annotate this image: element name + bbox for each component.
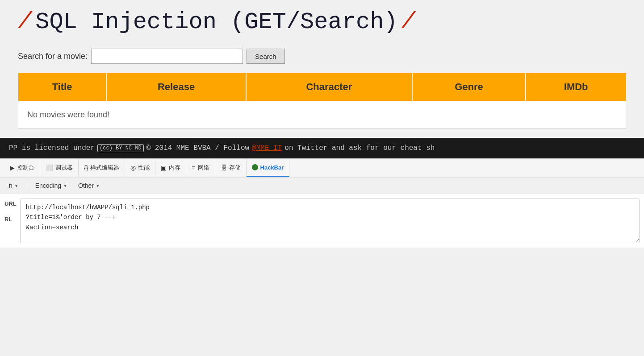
- storage-label: 存储: [229, 164, 241, 172]
- movie-table: Title Release Character Genre IMDb No mo…: [18, 73, 626, 129]
- footer-text-before: PP is licensed under: [9, 144, 95, 152]
- debugger-label: 调试器: [55, 164, 73, 172]
- console-icon: ▶: [10, 164, 15, 171]
- col-release: Release: [106, 73, 246, 101]
- toolbar-storage[interactable]: 🗄 存储: [215, 159, 247, 177]
- hackbar-toolbar: n ▼ Encoding ▼ Other ▼: [0, 178, 644, 194]
- toolbar-performance[interactable]: ◎ 性能: [125, 159, 155, 177]
- empty-message: No movies were found!: [18, 101, 626, 129]
- debugger-icon: ⬜: [46, 164, 53, 171]
- page-title-container: / SQL Injection (GET/Search) /: [18, 9, 626, 35]
- hackbar-dot-icon: [252, 164, 258, 170]
- footer-bar: PP is licensed under (cc) BY-NC-ND © 201…: [0, 138, 644, 158]
- hackbar-n-label: n: [9, 182, 13, 189]
- hackbar-labels: URL RL: [4, 199, 17, 243]
- hackbar-post-label: RL: [4, 216, 17, 223]
- network-label: 网络: [198, 164, 209, 172]
- console-label: 控制台: [17, 164, 34, 172]
- toolbar-hackbar[interactable]: HackBar: [247, 159, 290, 177]
- toolbar-style-editor[interactable]: {} 样式编辑器: [79, 159, 125, 177]
- style-icon: {}: [84, 164, 88, 171]
- memory-label: 内存: [169, 164, 180, 172]
- toolbar-network[interactable]: ≡ 网络: [186, 159, 215, 177]
- hackbar-separator-1: [27, 181, 27, 190]
- perf-label: 性能: [138, 164, 150, 172]
- search-label: Search for a movie:: [18, 52, 88, 61]
- search-form: Search for a movie: Search: [18, 49, 626, 64]
- hackbar-encoding-button[interactable]: Encoding ▼: [31, 180, 72, 191]
- search-button[interactable]: Search: [247, 49, 285, 64]
- cc-text: (cc) BY-NC-ND: [100, 145, 142, 151]
- page-title: SQL Injection (GET/Search): [35, 9, 397, 35]
- search-input[interactable]: [91, 49, 243, 64]
- hackbar-other-button[interactable]: Other ▼: [74, 180, 105, 191]
- hackbar-url-label: URL: [4, 200, 17, 207]
- slash-right-icon: /: [401, 9, 415, 35]
- hackbar-url-input[interactable]: http://localhost/bWAPP/sqli_1.php ?title…: [20, 199, 640, 243]
- col-imdb: IMDb: [526, 73, 626, 101]
- network-icon: ≡: [192, 164, 195, 171]
- storage-icon: 🗄: [221, 164, 227, 171]
- dev-toolbar: ▶ 控制台 ⬜ 调试器 {} 样式编辑器 ◎ 性能 ▣ 内存 ≡ 网络 🗄 存储…: [0, 158, 644, 177]
- cc-badge: (cc) BY-NC-ND: [97, 144, 144, 152]
- table-empty-row: No movies were found!: [18, 101, 626, 129]
- hackbar-n-button[interactable]: n ▼: [4, 180, 23, 191]
- hackbar-other-label: Other: [78, 182, 94, 189]
- toolbar-debugger[interactable]: ⬜ 调试器: [40, 159, 79, 177]
- hackbar-encoding-label: Encoding: [35, 182, 61, 189]
- style-label: 样式编辑器: [90, 164, 119, 172]
- col-character: Character: [246, 73, 412, 101]
- toolbar-memory[interactable]: ▣ 内存: [155, 159, 186, 177]
- hackbar-n-arrow: ▼: [14, 183, 19, 188]
- hackbar-encoding-arrow: ▼: [63, 183, 67, 188]
- col-title: Title: [18, 73, 106, 101]
- footer-text-end: on Twitter and ask for our cheat sh: [284, 144, 435, 152]
- table-header-row: Title Release Character Genre IMDb: [18, 73, 626, 101]
- slash-left-icon: /: [18, 9, 32, 35]
- hackbar-other-arrow: ▼: [96, 183, 100, 188]
- memory-icon: ▣: [161, 164, 167, 171]
- col-genre: Genre: [412, 73, 526, 101]
- toolbar-console[interactable]: ▶ 控制台: [4, 159, 40, 177]
- twitter-link[interactable]: @MME_IT: [252, 144, 282, 152]
- footer-text-middle: © 2014 MME BVBA / Follow: [146, 144, 249, 152]
- perf-icon: ◎: [130, 164, 136, 171]
- hackbar-label: HackBar: [260, 164, 284, 171]
- main-content: / SQL Injection (GET/Search) / Search fo…: [0, 0, 644, 138]
- hackbar-url-area: URL RL http://localhost/bWAPP/sqli_1.php…: [0, 194, 644, 248]
- hackbar-panel: n ▼ Encoding ▼ Other ▼ URL RL http://loc…: [0, 177, 644, 248]
